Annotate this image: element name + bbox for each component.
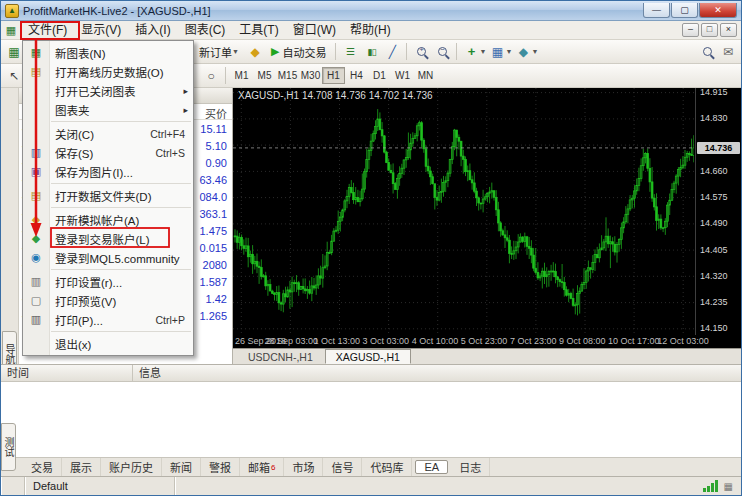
indicators-caret-icon[interactable]: ▼ <box>479 48 486 55</box>
file-menu-item-19[interactable]: 退出(x) <box>23 334 193 353</box>
terminal-tab-label: 市场 <box>292 459 314 475</box>
timeframe-M30[interactable]: M30 <box>299 67 322 84</box>
bar-chart-mode-button[interactable]: ☰ <box>340 42 360 62</box>
file-menu-item-6[interactable]: ▥保存(S)Ctrl+S <box>23 143 193 162</box>
terminal-tab-label: 新闻 <box>170 459 192 475</box>
title-bar[interactable]: ▲ ProfitMarketHK-Live2 - [XAGUSD-,H1] — … <box>1 1 741 21</box>
file-menu-item-13[interactable]: ◉登录到MQL5.community <box>23 248 193 267</box>
file-menu-item-16[interactable]: ▢打印预览(V) <box>23 291 193 310</box>
symbol-ask-price: 084.0 <box>199 191 227 203</box>
timeframe-H4[interactable]: H4 <box>345 67 368 84</box>
minimize-button[interactable]: — <box>643 3 670 18</box>
community-chat-icon[interactable]: ✉ <box>718 42 738 62</box>
cursor-tool[interactable]: ↖ <box>4 66 24 86</box>
terminal-tab-邮箱[interactable]: 邮箱6 <box>240 458 284 476</box>
autotrading-button[interactable]: ▶ 自动交易 <box>266 42 331 62</box>
file-menu-item-2[interactable]: 打开已关闭图表▸ <box>23 81 193 100</box>
terminal-tab-label: 警报 <box>209 459 231 475</box>
zoom-in-button[interactable]: + <box>411 42 431 62</box>
timeframe-H1[interactable]: H1 <box>322 67 345 84</box>
menu-item-shortcut: Ctrl+S <box>156 147 185 159</box>
candlestick-chart[interactable]: XAGUSD-,H1 14.708 14.736 14.702 14.736 <box>233 88 695 335</box>
timeframe-D1[interactable]: D1 <box>368 67 391 84</box>
menubar-item-2[interactable]: 插入(I) <box>128 22 177 39</box>
file-menu-item-15[interactable]: ▥打印设置(r)... <box>23 272 193 291</box>
chart-tab-strip: USDCNH-,H1XAGUSD-,H1 <box>233 348 741 364</box>
terminal-tab-展示[interactable]: 展示 <box>62 458 101 476</box>
menubar-item-1[interactable]: 显示(V) <box>74 22 128 39</box>
timeframe-M15[interactable]: M15 <box>276 67 299 84</box>
file-menu-item-3[interactable]: 图表夹▸ <box>23 100 193 119</box>
chart-tab-0[interactable]: USDCNH-,H1 <box>237 349 324 364</box>
symbol-ask-price: 5.10 <box>206 140 227 152</box>
file-menu-item-17[interactable]: ▥打印(P)...Ctrl+P <box>23 310 193 329</box>
chart-tab-1[interactable]: XAGUSD-,H1 <box>325 349 411 364</box>
timeframe-W1[interactable]: W1 <box>391 67 414 84</box>
terminal-tab-代码库[interactable]: 代码库 <box>362 458 412 476</box>
menubar-item-0[interactable]: 文件(F) <box>21 22 74 39</box>
terminal-tab-label: 展示 <box>70 459 92 475</box>
menubar-item-6[interactable]: 帮助(H) <box>343 22 398 39</box>
indicators-button[interactable]: + <box>461 42 481 62</box>
terminal-tab-EA[interactable]: EA <box>415 460 448 474</box>
price-axis-label: 14.575 <box>700 192 728 202</box>
menubar-item-4[interactable]: 工具(T) <box>232 22 285 39</box>
file-menu-item-1[interactable]: ▤打开离线历史数据(O) <box>23 62 193 81</box>
new-chart-button[interactable]: ▦ <box>4 42 24 62</box>
child-close-button[interactable]: × <box>720 23 737 37</box>
time-axis-label: 1 Oct 13:00 <box>313 336 360 346</box>
terminal-column-message[interactable]: 信息 <box>133 365 741 381</box>
menubar-item-5[interactable]: 窗口(W) <box>286 22 343 39</box>
time-axis-label: 3 Oct 03:00 <box>363 336 410 346</box>
close-button[interactable]: ✕ <box>699 3 737 18</box>
time-axis-label: 12 Oct 03:00 <box>657 336 709 346</box>
timeframe-MN[interactable]: MN <box>414 67 437 84</box>
menu-item-shortcut: Ctrl+P <box>156 314 185 326</box>
file-menu-item-7[interactable]: ▣保存为图片(I)... <box>23 162 193 181</box>
file-menu-item-9[interactable]: ▤打开数据文件夹(D) <box>23 186 193 205</box>
shapes-tool[interactable]: ○ <box>201 66 221 86</box>
new-chart-icon: ▦ <box>28 46 44 59</box>
menubar-item-3[interactable]: 图表(C) <box>178 22 233 39</box>
templates-caret-icon[interactable]: ▼ <box>531 48 538 55</box>
file-menu-item-0[interactable]: ▦新图表(N) <box>23 43 193 62</box>
column-ask[interactable]: 买价 <box>205 105 227 121</box>
time-axis[interactable]: 26 Sep 201828 Sep 03:001 Oct 13:003 Oct … <box>233 335 741 348</box>
search-icon[interactable] <box>697 42 717 62</box>
child-minimize-button[interactable]: – <box>682 23 699 37</box>
terminal-tab-账户历史[interactable]: 账户历史 <box>101 458 162 476</box>
print-setup-icon: ▥ <box>28 275 44 288</box>
file-menu-item-11[interactable]: ◆开新模拟帐户(A) <box>23 210 193 229</box>
price-axis[interactable]: 14.91514.83014.74514.66014.57514.49014.4… <box>695 88 741 335</box>
child-restore-button[interactable]: □ <box>701 23 718 37</box>
terminal-column-time[interactable]: 时间 <box>1 365 133 381</box>
zoom-out-button[interactable]: − <box>432 42 452 62</box>
metaeditor-button[interactable]: ◆ <box>245 42 265 62</box>
terminal-tab-新闻[interactable]: 新闻 <box>162 458 201 476</box>
timeframe-M5[interactable]: M5 <box>253 67 276 84</box>
price-axis-label: 14.830 <box>700 113 728 123</box>
terminal-tab-市场[interactable]: 市场 <box>284 458 323 476</box>
templates-button[interactable]: ◆ <box>513 42 533 62</box>
terminal-tab-日志[interactable]: 日志 <box>451 458 490 476</box>
candlestick-mode-button[interactable]: ▮▯ <box>361 42 381 62</box>
tester-vertical-tab[interactable]: 测试 <box>1 423 16 471</box>
time-axis-label: 9 Oct 08:00 <box>559 336 606 346</box>
file-menu-item-5[interactable]: 关闭(C)Ctrl+F4 <box>23 124 193 143</box>
terminal-tab-警报[interactable]: 警报 <box>201 458 240 476</box>
terminal-body[interactable] <box>1 382 741 457</box>
symbol-ask-price: 1.265 <box>199 310 227 322</box>
status-profile[interactable]: Default <box>25 477 175 495</box>
terminal-tab-交易[interactable]: 交易 <box>23 458 62 476</box>
price-axis-label: 14.235 <box>700 297 728 307</box>
open-offline-icon: ▤ <box>28 65 44 78</box>
line-chart-mode-button[interactable]: ╱ <box>382 42 402 62</box>
autotrading-play-icon: ▶ <box>271 45 279 58</box>
terminal-tab-信号[interactable]: 信号 <box>323 458 362 476</box>
file-menu-item-12[interactable]: ◆登录到交易账户(L) <box>23 229 193 248</box>
periods-button[interactable]: ▦ <box>487 42 507 62</box>
maximize-button[interactable]: ▢ <box>671 3 698 18</box>
price-axis-label: 14.150 <box>700 323 728 333</box>
periods-caret-icon[interactable]: ▼ <box>505 48 512 55</box>
timeframe-M1[interactable]: M1 <box>230 67 253 84</box>
